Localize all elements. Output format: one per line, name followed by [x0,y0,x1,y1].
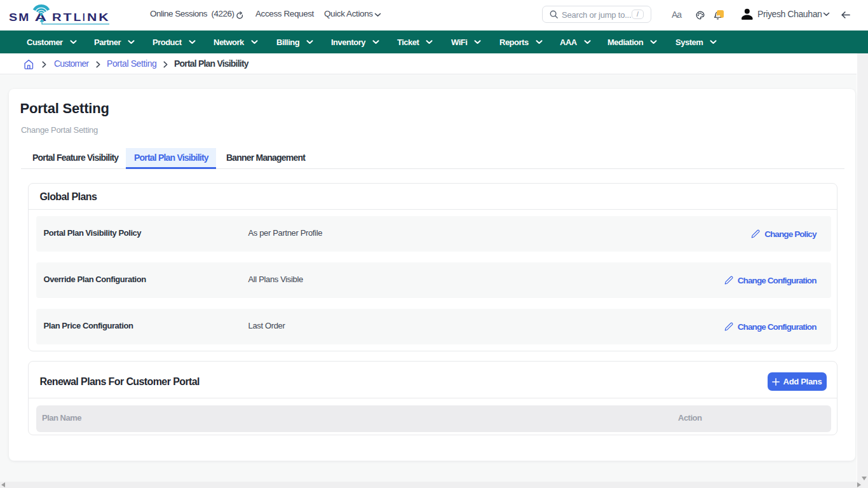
svg-text:S: S [9,12,18,23]
svg-text:M: M [18,12,29,23]
svg-text:T: T [64,12,72,23]
svg-text:R: R [52,12,62,23]
svg-text:I: I [83,12,85,23]
svg-text:L: L [74,12,81,23]
svg-text:N: N [87,12,97,23]
svg-text:K: K [98,12,109,23]
